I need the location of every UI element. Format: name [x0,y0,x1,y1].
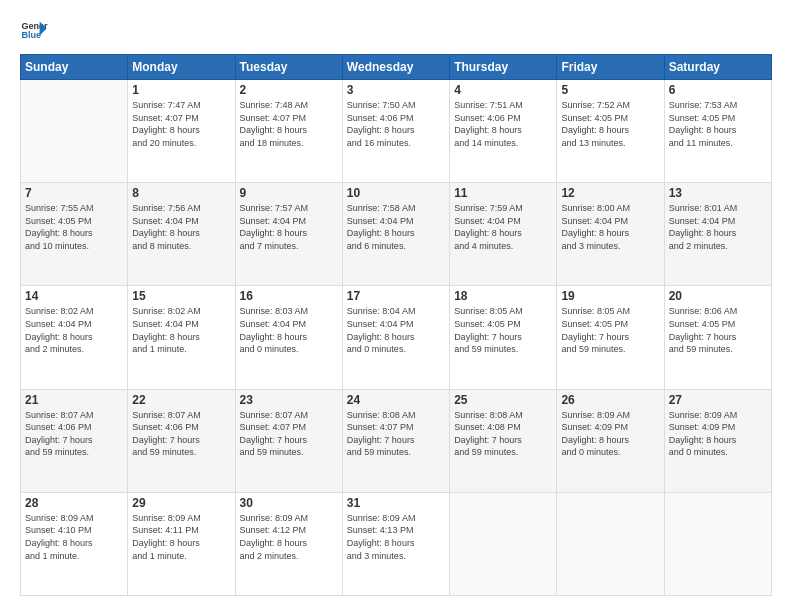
day-info: Sunrise: 7:55 AM Sunset: 4:05 PM Dayligh… [25,202,123,252]
calendar-cell: 30Sunrise: 8:09 AM Sunset: 4:12 PM Dayli… [235,492,342,595]
day-info: Sunrise: 7:57 AM Sunset: 4:04 PM Dayligh… [240,202,338,252]
calendar-cell: 8Sunrise: 7:56 AM Sunset: 4:04 PM Daylig… [128,183,235,286]
day-info: Sunrise: 8:09 AM Sunset: 4:12 PM Dayligh… [240,512,338,562]
day-info: Sunrise: 8:01 AM Sunset: 4:04 PM Dayligh… [669,202,767,252]
day-info: Sunrise: 8:04 AM Sunset: 4:04 PM Dayligh… [347,305,445,355]
day-number: 13 [669,186,767,200]
calendar-cell: 5Sunrise: 7:52 AM Sunset: 4:05 PM Daylig… [557,80,664,183]
calendar-cell [664,492,771,595]
day-info: Sunrise: 8:00 AM Sunset: 4:04 PM Dayligh… [561,202,659,252]
day-info: Sunrise: 8:08 AM Sunset: 4:08 PM Dayligh… [454,409,552,459]
day-number: 30 [240,496,338,510]
calendar-cell: 29Sunrise: 8:09 AM Sunset: 4:11 PM Dayli… [128,492,235,595]
day-info: Sunrise: 8:05 AM Sunset: 4:05 PM Dayligh… [561,305,659,355]
day-number: 6 [669,83,767,97]
calendar-cell [557,492,664,595]
weekday-header-row: SundayMondayTuesdayWednesdayThursdayFrid… [21,55,772,80]
page: General Blue SundayMondayTuesdayWednesda… [0,0,792,612]
day-info: Sunrise: 8:02 AM Sunset: 4:04 PM Dayligh… [25,305,123,355]
day-info: Sunrise: 8:08 AM Sunset: 4:07 PM Dayligh… [347,409,445,459]
calendar-cell: 28Sunrise: 8:09 AM Sunset: 4:10 PM Dayli… [21,492,128,595]
day-number: 2 [240,83,338,97]
day-number: 7 [25,186,123,200]
day-info: Sunrise: 7:56 AM Sunset: 4:04 PM Dayligh… [132,202,230,252]
day-number: 8 [132,186,230,200]
weekday-header-friday: Friday [557,55,664,80]
calendar-cell: 14Sunrise: 8:02 AM Sunset: 4:04 PM Dayli… [21,286,128,389]
calendar-cell: 3Sunrise: 7:50 AM Sunset: 4:06 PM Daylig… [342,80,449,183]
day-number: 5 [561,83,659,97]
calendar-cell: 12Sunrise: 8:00 AM Sunset: 4:04 PM Dayli… [557,183,664,286]
day-number: 16 [240,289,338,303]
calendar-cell: 26Sunrise: 8:09 AM Sunset: 4:09 PM Dayli… [557,389,664,492]
calendar-cell: 11Sunrise: 7:59 AM Sunset: 4:04 PM Dayli… [450,183,557,286]
calendar-cell: 2Sunrise: 7:48 AM Sunset: 4:07 PM Daylig… [235,80,342,183]
weekday-header-sunday: Sunday [21,55,128,80]
calendar-week-row: 21Sunrise: 8:07 AM Sunset: 4:06 PM Dayli… [21,389,772,492]
day-number: 4 [454,83,552,97]
day-info: Sunrise: 7:53 AM Sunset: 4:05 PM Dayligh… [669,99,767,149]
calendar-cell: 16Sunrise: 8:03 AM Sunset: 4:04 PM Dayli… [235,286,342,389]
calendar-cell: 19Sunrise: 8:05 AM Sunset: 4:05 PM Dayli… [557,286,664,389]
day-number: 12 [561,186,659,200]
calendar-week-row: 7Sunrise: 7:55 AM Sunset: 4:05 PM Daylig… [21,183,772,286]
day-number: 27 [669,393,767,407]
day-number: 9 [240,186,338,200]
weekday-header-saturday: Saturday [664,55,771,80]
calendar-cell: 1Sunrise: 7:47 AM Sunset: 4:07 PM Daylig… [128,80,235,183]
weekday-header-monday: Monday [128,55,235,80]
day-number: 25 [454,393,552,407]
calendar-week-row: 1Sunrise: 7:47 AM Sunset: 4:07 PM Daylig… [21,80,772,183]
header: General Blue [20,16,772,44]
day-number: 17 [347,289,445,303]
day-info: Sunrise: 8:07 AM Sunset: 4:06 PM Dayligh… [132,409,230,459]
calendar-cell [21,80,128,183]
calendar-cell [450,492,557,595]
day-info: Sunrise: 7:48 AM Sunset: 4:07 PM Dayligh… [240,99,338,149]
calendar-cell: 20Sunrise: 8:06 AM Sunset: 4:05 PM Dayli… [664,286,771,389]
day-number: 22 [132,393,230,407]
calendar-cell: 22Sunrise: 8:07 AM Sunset: 4:06 PM Dayli… [128,389,235,492]
day-info: Sunrise: 8:06 AM Sunset: 4:05 PM Dayligh… [669,305,767,355]
weekday-header-wednesday: Wednesday [342,55,449,80]
day-info: Sunrise: 8:07 AM Sunset: 4:07 PM Dayligh… [240,409,338,459]
calendar-cell: 15Sunrise: 8:02 AM Sunset: 4:04 PM Dayli… [128,286,235,389]
day-number: 3 [347,83,445,97]
calendar-cell: 18Sunrise: 8:05 AM Sunset: 4:05 PM Dayli… [450,286,557,389]
calendar-cell: 24Sunrise: 8:08 AM Sunset: 4:07 PM Dayli… [342,389,449,492]
day-number: 18 [454,289,552,303]
day-number: 11 [454,186,552,200]
day-info: Sunrise: 7:52 AM Sunset: 4:05 PM Dayligh… [561,99,659,149]
day-info: Sunrise: 8:09 AM Sunset: 4:13 PM Dayligh… [347,512,445,562]
day-info: Sunrise: 8:02 AM Sunset: 4:04 PM Dayligh… [132,305,230,355]
calendar-cell: 23Sunrise: 8:07 AM Sunset: 4:07 PM Dayli… [235,389,342,492]
day-number: 19 [561,289,659,303]
calendar-cell: 25Sunrise: 8:08 AM Sunset: 4:08 PM Dayli… [450,389,557,492]
calendar-cell: 4Sunrise: 7:51 AM Sunset: 4:06 PM Daylig… [450,80,557,183]
weekday-header-tuesday: Tuesday [235,55,342,80]
day-info: Sunrise: 8:09 AM Sunset: 4:11 PM Dayligh… [132,512,230,562]
calendar-cell: 17Sunrise: 8:04 AM Sunset: 4:04 PM Dayli… [342,286,449,389]
day-number: 14 [25,289,123,303]
day-number: 28 [25,496,123,510]
logo-icon: General Blue [20,16,48,44]
day-number: 21 [25,393,123,407]
calendar-cell: 9Sunrise: 7:57 AM Sunset: 4:04 PM Daylig… [235,183,342,286]
calendar-cell: 21Sunrise: 8:07 AM Sunset: 4:06 PM Dayli… [21,389,128,492]
day-number: 20 [669,289,767,303]
day-number: 10 [347,186,445,200]
calendar-cell: 6Sunrise: 7:53 AM Sunset: 4:05 PM Daylig… [664,80,771,183]
day-number: 26 [561,393,659,407]
day-number: 24 [347,393,445,407]
day-info: Sunrise: 7:58 AM Sunset: 4:04 PM Dayligh… [347,202,445,252]
day-number: 29 [132,496,230,510]
day-number: 23 [240,393,338,407]
day-info: Sunrise: 7:59 AM Sunset: 4:04 PM Dayligh… [454,202,552,252]
day-info: Sunrise: 8:09 AM Sunset: 4:10 PM Dayligh… [25,512,123,562]
day-info: Sunrise: 7:47 AM Sunset: 4:07 PM Dayligh… [132,99,230,149]
calendar-week-row: 14Sunrise: 8:02 AM Sunset: 4:04 PM Dayli… [21,286,772,389]
day-info: Sunrise: 8:07 AM Sunset: 4:06 PM Dayligh… [25,409,123,459]
logo: General Blue [20,16,48,44]
day-number: 31 [347,496,445,510]
svg-text:Blue: Blue [21,30,41,40]
